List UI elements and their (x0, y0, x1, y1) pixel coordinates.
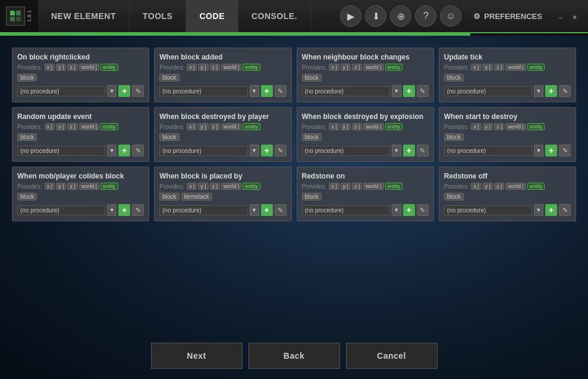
provides-tag-y-4: y | (56, 123, 66, 130)
window-controls: – ✕ (554, 10, 582, 23)
add-procedure-button-2[interactable]: + (403, 85, 415, 97)
provides-label-0: Provides: (17, 64, 42, 71)
svg-rect-1 (16, 11, 21, 15)
procedure-select-4[interactable]: (no procedure) (17, 146, 105, 156)
add-procedure-button-7[interactable]: + (545, 145, 557, 156)
edit-procedure-button-7[interactable]: ✎ (559, 145, 571, 156)
procedure-select-3[interactable]: (no procedure) (444, 86, 532, 96)
extra-tags-11: block (444, 191, 571, 201)
minimize-button[interactable]: – (554, 12, 567, 22)
tab-console[interactable]: CONSOLE. (238, 0, 311, 32)
preferences-button[interactable]: ⚙ PREFERENCES (465, 12, 551, 21)
edit-procedure-button-4[interactable]: ✎ (132, 145, 144, 156)
card-title-6: When block destroyed by explosion (302, 112, 429, 121)
procedure-select-5[interactable]: (no procedure) (159, 146, 247, 156)
help-button[interactable]: ? (415, 5, 436, 27)
tab-code[interactable]: CODE (186, 0, 238, 32)
add-procedure-button-8[interactable]: + (118, 204, 130, 216)
procedure-select-1[interactable]: (no procedure) (159, 86, 247, 96)
user-button[interactable]: ☺ (440, 5, 461, 27)
edit-procedure-button-3[interactable]: ✎ (559, 85, 571, 97)
add-procedure-button-3[interactable]: + (545, 85, 557, 97)
edit-procedure-button-5[interactable]: ✎ (275, 145, 287, 156)
provides-tag-entity-8: entity (100, 183, 118, 190)
procedure-select-2[interactable]: (no procedure) (302, 86, 390, 96)
card-9: When block is placed byProvides:x |y |z … (154, 167, 291, 221)
procedure-select-8[interactable]: (no procedure) (17, 205, 105, 215)
dropdown-arrow-7[interactable]: ▼ (534, 145, 543, 156)
provides-tag-world-5: world | (221, 123, 241, 130)
add-procedure-button-4[interactable]: + (118, 145, 130, 156)
card-title-2: When neighbour block changes (302, 53, 429, 61)
add-procedure-button-0[interactable]: + (118, 85, 130, 97)
download-button[interactable]: ⬇ (365, 5, 386, 27)
provides-tag-x-1: x | (187, 64, 197, 71)
dropdown-arrow-4[interactable]: ▼ (107, 145, 117, 156)
procedure-select-0[interactable]: (no procedure) (17, 86, 105, 96)
provides-tag-x-4: x | (45, 123, 55, 130)
close-button[interactable]: ✕ (567, 12, 582, 23)
extra-tags-0: block (17, 72, 144, 82)
procedure-select-9[interactable]: (no procedure) (159, 205, 247, 215)
card-7: When start to destroyProvides:x |y |z |w… (439, 107, 576, 162)
dropdown-arrow-0[interactable]: ▼ (107, 85, 117, 97)
edit-procedure-button-0[interactable]: ✎ (132, 85, 144, 97)
globe-button[interactable]: ⊕ (390, 5, 411, 27)
edit-procedure-button-10[interactable]: ✎ (417, 204, 429, 216)
dropdown-arrow-3[interactable]: ▼ (534, 85, 543, 97)
add-procedure-button-9[interactable]: + (261, 204, 273, 216)
edit-procedure-button-9[interactable]: ✎ (275, 204, 287, 216)
edit-procedure-button-6[interactable]: ✎ (417, 145, 429, 156)
tab-new-element[interactable]: NEW ELEMENT (38, 0, 130, 32)
extra-tags-8: block (17, 191, 144, 201)
card-11: Redstone offProvides:x |y |z |world |ent… (439, 167, 576, 221)
dropdown-arrow-9[interactable]: ▼ (250, 204, 259, 216)
card-5: When block destroyed by playerProvides:x… (154, 107, 291, 162)
provides-label-5: Provides: (159, 124, 184, 130)
add-procedure-button-1[interactable]: + (261, 85, 273, 97)
edit-procedure-button-2[interactable]: ✎ (417, 85, 429, 97)
edit-procedure-button-1[interactable]: ✎ (275, 85, 287, 97)
provides-label-10: Provides: (302, 183, 327, 190)
provides-tag-x-6: x | (329, 123, 339, 130)
back-button[interactable]: Back (249, 343, 340, 369)
dropdown-arrow-1[interactable]: ▼ (250, 85, 259, 97)
provides-tag-z-0: z | (67, 64, 77, 71)
edit-procedure-button-8[interactable]: ✎ (132, 204, 144, 216)
tab-tools[interactable]: TOOLS (130, 0, 186, 32)
dropdown-arrow-8[interactable]: ▼ (107, 204, 117, 216)
dropdown-arrow-5[interactable]: ▼ (250, 145, 259, 156)
provides-tag-z-11: z | (494, 183, 504, 190)
procedure-select-11[interactable]: (no procedure) (444, 205, 532, 215)
next-button[interactable]: Next (151, 343, 243, 369)
cancel-button[interactable]: Cancel (346, 343, 438, 369)
block-tag-block-9: block (159, 193, 179, 201)
add-procedure-button-11[interactable]: + (545, 204, 557, 216)
provides-row-4: Provides:x |y |z |world |entity (17, 123, 144, 130)
card-title-11: Redstone off (444, 172, 571, 180)
provides-tag-world-0: world | (79, 64, 99, 71)
procedure-select-6[interactable]: (no procedure) (302, 146, 390, 156)
add-procedure-button-10[interactable]: + (403, 204, 415, 216)
procedure-row-0: (no procedure)▼+✎ (17, 85, 144, 97)
edit-procedure-button-11[interactable]: ✎ (559, 204, 571, 216)
add-procedure-button-6[interactable]: + (403, 145, 415, 156)
provides-tag-entity-0: entity (100, 64, 118, 71)
dropdown-arrow-10[interactable]: ▼ (392, 204, 401, 216)
provides-label-6: Provides: (302, 124, 327, 130)
provides-tag-z-9: z | (210, 183, 220, 190)
card-title-1: When block added (159, 53, 286, 61)
dropdown-arrow-11[interactable]: ▼ (534, 204, 543, 216)
extra-tags-1: block (159, 72, 286, 82)
provides-tag-z-3: z | (494, 64, 504, 71)
card-title-10: Redstone on (302, 172, 429, 180)
extra-tags-2: block (302, 72, 429, 82)
play-button[interactable]: ▶ (340, 5, 361, 27)
dropdown-arrow-6[interactable]: ▼ (392, 145, 401, 156)
dropdown-arrow-2[interactable]: ▼ (392, 85, 401, 97)
procedure-select-7[interactable]: (no procedure) (444, 146, 532, 156)
card-title-0: On block rightclicked (17, 53, 144, 61)
provides-tag-world-4: world | (79, 123, 99, 130)
add-procedure-button-5[interactable]: + (261, 145, 273, 156)
procedure-select-10[interactable]: (no procedure) (302, 205, 390, 215)
